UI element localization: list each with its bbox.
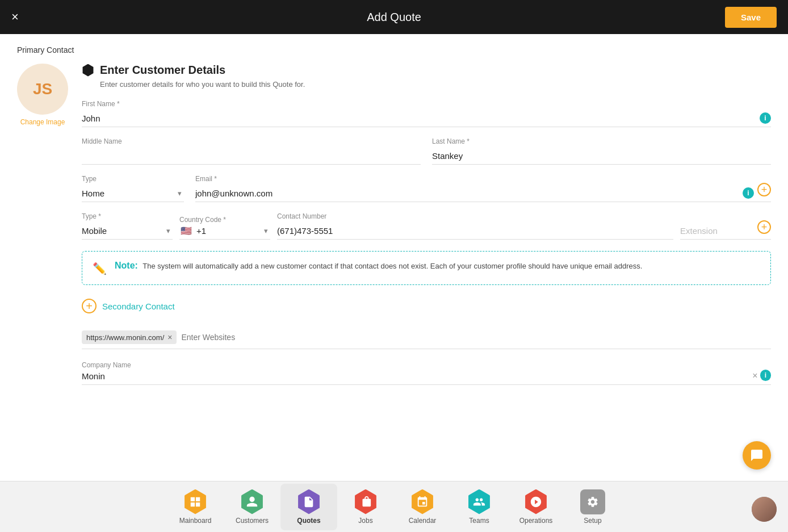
card-header: Enter Customer Details	[82, 64, 771, 77]
last-name-label: Last Name *	[432, 137, 771, 145]
calendar-icon	[410, 489, 435, 514]
nav-label-calendar: Calendar	[409, 517, 437, 525]
email-input[interactable]	[195, 185, 771, 202]
email-group: Email * i +	[195, 175, 771, 202]
first-name-label: First Name *	[82, 100, 771, 108]
company-clear-button[interactable]: ×	[752, 371, 757, 381]
card-subtitle: Enter customer details for who you want …	[100, 80, 771, 89]
type2-group: Type * Mobile Home Work	[82, 212, 173, 240]
email-label: Email *	[195, 175, 771, 183]
phone-row: Type * Mobile Home Work Country Code * 🇺…	[82, 212, 771, 240]
nav-label-customers: Customers	[236, 517, 269, 525]
first-name-info-icon[interactable]: i	[760, 112, 771, 124]
middle-name-group: Middle Name	[82, 137, 421, 165]
avatar-section: JS Change Image Enter Customer Details E…	[17, 64, 771, 391]
type-group: Type Home Work Other	[82, 175, 184, 202]
primary-contact-label: Primary Contact	[17, 45, 771, 55]
note-text: The system will automatically add a new …	[142, 262, 642, 270]
nav-item-mainboard[interactable]: Mainboard	[167, 484, 224, 530]
save-button[interactable]: Save	[725, 7, 777, 28]
nav-items: Mainboard Customers Quotes Jobs Calendar	[167, 484, 621, 530]
note-label: Note:	[115, 261, 138, 270]
top-bar: × Add Quote Save	[0, 0, 788, 34]
note-box: ✏️ Note: The system will automatically a…	[82, 251, 771, 285]
email-info-icon-circle: i	[743, 187, 754, 199]
extension-group: +	[680, 223, 771, 240]
email-info-icon[interactable]: i	[743, 187, 754, 199]
middle-name-input[interactable]	[82, 148, 421, 165]
type2-select[interactable]: Mobile Home Work	[82, 223, 173, 240]
type-label: Type	[82, 175, 184, 183]
close-button[interactable]: ×	[11, 11, 19, 23]
add-extension-button[interactable]: +	[757, 220, 771, 234]
teams-icon	[467, 489, 492, 514]
customers-icon	[240, 489, 265, 514]
bottom-nav: Mainboard Customers Quotes Jobs Calendar	[0, 481, 788, 532]
hex-icon	[82, 64, 94, 77]
avatar-image	[752, 497, 777, 522]
nav-item-quotes[interactable]: Quotes	[280, 484, 337, 530]
bottom-avatar[interactable]	[752, 497, 777, 522]
nav-item-jobs[interactable]: Jobs	[337, 484, 394, 530]
country-code-group: Country Code * 🇺🇸 +1 +44 +61	[179, 216, 270, 240]
website-tag: https://www.monin.com/ ×	[82, 330, 177, 344]
first-name-input[interactable]	[82, 110, 771, 127]
last-name-group: Last Name *	[432, 137, 771, 165]
note-icon: ✏️	[93, 262, 107, 275]
country-code-select[interactable]: +1 +44 +61	[196, 226, 211, 236]
setup-icon	[580, 489, 605, 514]
name-row: Middle Name Last Name *	[82, 137, 771, 165]
company-info-icon[interactable]: i	[760, 370, 771, 381]
page-title: Add Quote	[367, 11, 421, 24]
middle-name-label: Middle Name	[82, 137, 421, 145]
nav-item-customers[interactable]: Customers	[224, 484, 280, 530]
secondary-contact-row[interactable]: + Secondary Contact	[82, 299, 771, 313]
form-section: First Name * i Middle Name Last Name *	[82, 100, 771, 385]
website-input[interactable]	[181, 333, 771, 342]
first-name-group: First Name * i	[82, 100, 771, 127]
country-code-label: Country Code *	[179, 216, 270, 224]
change-image-link[interactable]: Change Image	[20, 118, 65, 126]
nav-label-quotes: Quotes	[297, 517, 320, 525]
add-secondary-contact-button[interactable]: +	[82, 299, 97, 313]
card-title: Enter Customer Details	[100, 64, 225, 77]
nav-label-mainboard: Mainboard	[179, 517, 212, 525]
company-label: Company Name	[82, 361, 131, 369]
mainboard-icon	[183, 489, 208, 514]
contact-number-group: Contact Number	[277, 212, 673, 240]
chat-fab-button[interactable]	[743, 441, 771, 470]
nav-item-setup[interactable]: Setup	[564, 484, 621, 530]
company-row: Company Name × i	[82, 359, 771, 385]
jobs-icon	[353, 489, 378, 514]
note-content: Note: The system will automatically add …	[115, 261, 642, 272]
secondary-contact-label: Secondary Contact	[102, 301, 175, 311]
last-name-input[interactable]	[432, 148, 771, 165]
nav-label-operations: Operations	[519, 517, 553, 525]
nav-label-jobs: Jobs	[358, 517, 372, 525]
type-select[interactable]: Home Work Other	[82, 185, 184, 202]
company-input[interactable]	[82, 371, 749, 381]
website-row: https://www.monin.com/ ×	[82, 330, 771, 349]
website-tag-close-button[interactable]: ×	[167, 333, 172, 342]
card-content: Enter Customer Details Enter customer de…	[82, 64, 771, 391]
country-flag: 🇺🇸	[179, 227, 193, 236]
operations-icon	[523, 489, 548, 514]
contact-number-input[interactable]	[277, 223, 673, 240]
main-content: Primary Contact JS Change Image Enter Cu…	[0, 34, 788, 481]
first-name-row: First Name * i	[82, 100, 771, 127]
avatar: JS	[17, 64, 68, 115]
add-email-button[interactable]: +	[757, 183, 771, 196]
nav-label-setup: Setup	[584, 517, 601, 525]
nav-item-operations[interactable]: Operations	[508, 484, 564, 530]
type-email-row: Type Home Work Other Email * i +	[82, 175, 771, 202]
nav-item-teams[interactable]: Teams	[451, 484, 508, 530]
type2-label: Type *	[82, 212, 173, 220]
nav-item-calendar[interactable]: Calendar	[394, 484, 451, 530]
quotes-icon	[296, 489, 321, 514]
contact-number-label: Contact Number	[277, 212, 673, 220]
nav-label-teams: Teams	[469, 517, 489, 525]
website-tag-text: https://www.monin.com/	[86, 333, 164, 342]
avatar-wrap: JS Change Image	[17, 64, 68, 126]
